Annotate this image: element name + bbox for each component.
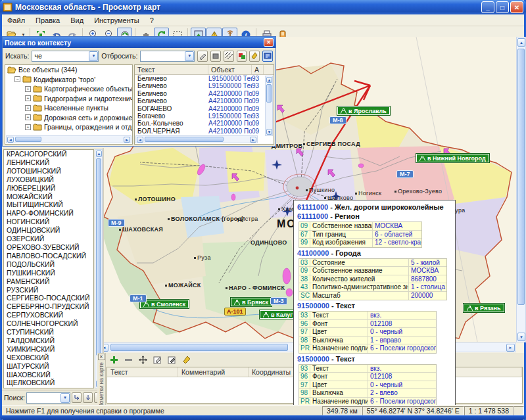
tree-node[interactable]: +Границы, ограждения и отдельн (5, 122, 132, 132)
district-list-item[interactable]: ЩЕЛКОВСКИЙ (4, 379, 93, 387)
table-row[interactable]: БОГАЧЕВО A42100000 Поселки 09 (135, 105, 274, 112)
table-row[interactable]: Беличево L91500000 Текст 93 (135, 82, 274, 89)
clear-notes-button[interactable] (180, 354, 193, 365)
fill-button[interactable] (210, 51, 221, 62)
expand-icon[interactable]: + (25, 124, 31, 130)
district-list-item[interactable]: РУЗСКИЙ (4, 286, 93, 294)
object-tree[interactable]: Все объекты (344) − Кодификатор 'торо' +… (5, 64, 133, 145)
tree-node-codifier[interactable]: − Кодификатор 'торо' (5, 75, 132, 85)
results-vscrollbar[interactable]: ▲ ▼ (265, 76, 273, 136)
column-header[interactable]: Текст (135, 65, 208, 74)
application-window: Московская область - Просмотр карт _ □ ✕… (0, 0, 526, 420)
map-vscrollbar[interactable]: ▲ ▼ (516, 37, 526, 342)
menu-edit[interactable]: Правка (30, 15, 65, 26)
move-note-button[interactable] (137, 354, 149, 365)
search-panel-close-button[interactable]: ✕ (264, 38, 274, 47)
menu-help[interactable]: ? (145, 15, 159, 26)
attribute-row: 98Выключка2 - влево (299, 389, 436, 398)
district-list-item[interactable]: ЛЕНИНСКИЙ (4, 158, 93, 167)
palette-button[interactable] (237, 51, 247, 62)
table-row[interactable]: БОЛ.ЧЕРНАЯ A42100000 Поселки 09 (135, 128, 274, 135)
table-row[interactable]: Бол.-Колычево A42100000 Поселки 09 (135, 120, 274, 127)
district-list-item[interactable]: КРАСНОГОРСКИЙ (4, 150, 93, 158)
search-combo[interactable]: ▼ (26, 392, 70, 404)
title-bar[interactable]: Московская область - Просмотр карт _ □ ✕ (0, 0, 526, 14)
close-button[interactable]: ✕ (510, 1, 523, 13)
district-list-item[interactable]: ЧЕХОВСКИЙ (4, 354, 93, 362)
clear-button[interactable] (249, 51, 260, 62)
district-list-item[interactable]: ЛУХОВИЦКИЙ (4, 175, 93, 184)
expand-icon[interactable]: + (25, 114, 31, 120)
district-list-item[interactable]: СЕРЕБРЯНО-ПРУДСКИЙ (4, 302, 93, 311)
tree-node[interactable]: +Дорожная сеть и дорожные соо (5, 113, 132, 123)
edit-button[interactable] (197, 51, 208, 62)
column-header[interactable]: Комментарий (178, 367, 249, 377)
tree-root[interactable]: Все объекты (344) (5, 65, 132, 75)
table-row[interactable]: Богачево L91500000 Текст 93 (135, 112, 274, 120)
column-header[interactable]: Объект (208, 65, 252, 74)
district-list-item[interactable]: ПУШКИНСКИЙ (4, 269, 93, 277)
chevron-down-icon[interactable]: ▼ (185, 51, 194, 61)
resize-grip[interactable] (514, 406, 524, 415)
district-list-item[interactable]: ОЗЕРСКИЙ (4, 235, 93, 243)
table-row[interactable]: Беличево A42100000 Поселки 09 (135, 90, 274, 97)
district-list-item[interactable]: ХИМКИНСКИЙ (4, 345, 93, 354)
district-list-item[interactable]: СТУПИНСКИЙ (4, 328, 93, 337)
edit-note-button[interactable] (151, 354, 164, 365)
menu-file[interactable]: Файл (2, 15, 30, 26)
expand-icon[interactable]: + (25, 86, 31, 92)
bridge-icon (419, 156, 425, 161)
district-list-item[interactable]: ОДИНЦОВСКИЙ (4, 226, 93, 235)
menu-view[interactable]: Вид (65, 15, 89, 26)
maximize-button[interactable]: □ (496, 1, 509, 13)
district-list-item[interactable]: НОГИНСКИЙ (4, 218, 93, 226)
expand-icon[interactable]: + (25, 95, 31, 101)
district-list-item[interactable]: ПАВЛОВО-ПОСАДСКИЙ (4, 252, 93, 260)
find-combo[interactable]: че▼ (32, 51, 99, 62)
district-list-item[interactable]: СОЛНЕЧНОГОРСКИЙ (4, 319, 93, 328)
next-button[interactable] (83, 392, 93, 403)
district-list-item[interactable]: ЛОТОШИНСКИЙ (4, 167, 93, 175)
hatch-button[interactable] (224, 51, 234, 62)
table-row[interactable]: Беличево L91500000 Текст 93 (135, 75, 274, 82)
city-label: СЕРГИЕВ ПОСАД (303, 141, 360, 147)
column-header[interactable]: Текст (107, 367, 178, 377)
district-list[interactable]: КРАСНОГОРСКИЙЛЕНИНСКИЙЛОТОШИНСКИЙЛУХОВИЦ… (3, 149, 94, 388)
tree-node[interactable]: +Гидрография и гидротехнически (5, 94, 132, 104)
minimize-button[interactable]: _ (481, 1, 494, 13)
info-card-button[interactable] (262, 51, 273, 62)
district-list-item[interactable]: ПОДОЛЬСКИЙ (4, 260, 93, 269)
district-list-item[interactable]: РАМЕНСКИЙ (4, 277, 93, 286)
close-icon[interactable]: ✕ (98, 354, 105, 360)
district-list-item[interactable]: НАРО-ФОМИНСКИЙ (4, 209, 93, 218)
results-hscrollbar[interactable]: ◄ ► (135, 135, 258, 143)
collapse-icon[interactable]: − (14, 76, 20, 82)
goto-button[interactable] (72, 392, 82, 403)
district-list-item[interactable]: ШАХОВСКИЙ (4, 371, 93, 379)
add-note-button[interactable] (108, 354, 120, 365)
discard-combo[interactable]: ▼ (140, 51, 195, 62)
district-list-item[interactable]: ШАТУРСКИЙ (4, 362, 93, 371)
district-list-item[interactable]: ТАЛДОМСКИЙ (4, 337, 93, 345)
district-list-item[interactable]: СЕРГИЕВО-ПОСАДСКИЙ (4, 294, 93, 302)
tree-node[interactable]: +Населенные пункты (5, 103, 132, 113)
district-list-item[interactable]: МЫТИЩИНСКИЙ (4, 200, 93, 209)
expand-icon[interactable]: + (25, 105, 31, 111)
search-panel-titlebar[interactable]: Поиск по контексту ✕ (3, 37, 275, 48)
remove-note-button[interactable] (122, 354, 135, 365)
district-list-item[interactable]: ЛЮБЕРЕЦКИЙ (4, 184, 93, 193)
table-row[interactable]: Беличево A42100000 Поселки 09 (135, 97, 274, 105)
roadsign-nizhny-novgorod: в Нижний Новгород (416, 154, 489, 162)
edit-note2-button[interactable] (166, 354, 178, 365)
menu-tools[interactable]: Инструменты (89, 15, 145, 26)
tree-hscrollbar[interactable]: ◄ ► (6, 135, 132, 143)
district-list-item[interactable]: МОЖАЙСКИЙ (4, 193, 93, 201)
results-table[interactable]: Текст Объект А Беличево L91500000 Текст … (134, 64, 274, 145)
tree-node[interactable]: +Картографические объекты (5, 84, 132, 94)
chevron-down-icon[interactable]: ▼ (60, 393, 70, 403)
notes-tab[interactable]: ✕ Пометки на карте (97, 353, 106, 405)
district-list-item[interactable]: СЕРПУХОВСКИЙ (4, 311, 93, 319)
chevron-down-icon[interactable]: ▼ (89, 51, 98, 61)
district-list-item[interactable]: ОРЕХОВО-ЗУЕВСКИЙ (4, 243, 93, 252)
column-header[interactable]: А (252, 65, 264, 74)
